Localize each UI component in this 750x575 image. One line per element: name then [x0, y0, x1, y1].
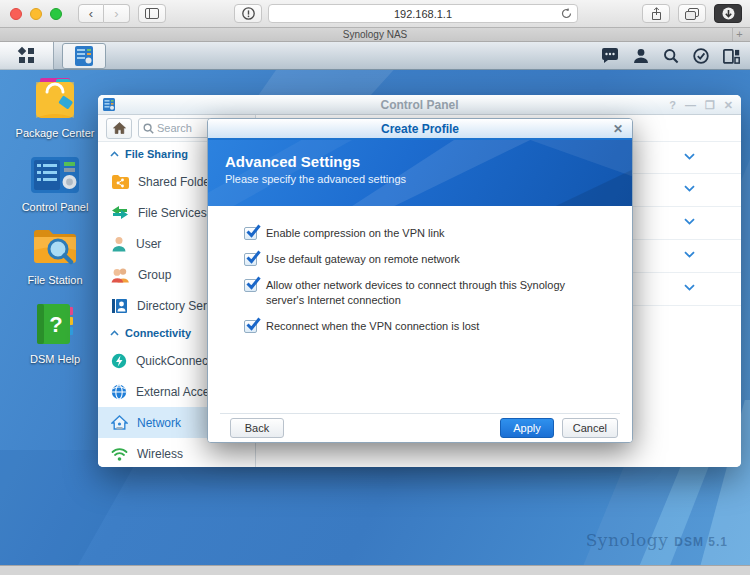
share-icon[interactable]: [642, 4, 670, 23]
dialog-titlebar[interactable]: Create Profile ✕: [208, 119, 632, 140]
home-icon: [113, 122, 126, 134]
create-profile-dialog: Create Profile ✕ Advanced Settings Pleas…: [207, 118, 633, 443]
dialog-close-button[interactable]: ✕: [613, 122, 623, 136]
forward-button[interactable]: ›: [104, 4, 130, 23]
dialog-footer: Back Apply Cancel: [208, 413, 632, 442]
desktop-icon-label: Control Panel: [12, 201, 98, 214]
chevron-down-icon[interactable]: [684, 153, 695, 160]
browser-window-bottom-edge: [0, 565, 750, 575]
chevron-up-icon: [110, 330, 119, 336]
desktop-icon-package-center[interactable]: Package Center: [12, 76, 98, 140]
desktop-icon-file-station[interactable]: File Station: [12, 225, 98, 287]
file-station-icon: [31, 225, 79, 267]
directory-service-icon: [111, 298, 128, 314]
dialog-title: Create Profile: [381, 122, 459, 136]
tab-overview-icon[interactable]: [678, 4, 706, 23]
widgets-icon[interactable]: [723, 49, 740, 64]
checkbox-row-default-gateway[interactable]: Use default gateway on remote network: [244, 252, 608, 267]
notifications-icon[interactable]: [601, 48, 619, 64]
chevron-down-icon[interactable]: [684, 284, 695, 291]
banner-subtitle: Please specify the advanced settings: [225, 173, 632, 185]
desktop-icon-control-panel[interactable]: Control Panel: [12, 156, 98, 214]
main-menu-button[interactable]: [0, 42, 54, 70]
watermark-version: DSM 5.1: [674, 535, 728, 549]
desktop-icon-label: File Station: [12, 274, 98, 287]
desktop-icon-label: DSM Help: [12, 353, 98, 366]
banner-title: Advanced Settings: [225, 153, 632, 170]
svg-text:?: ?: [49, 312, 62, 337]
privacy-info-icon[interactable]: [234, 4, 262, 23]
window-minimize-button[interactable]: —: [685, 99, 696, 111]
chevron-up-icon: [110, 151, 119, 157]
desktop-icon-label: Package Center: [12, 127, 98, 140]
chevron-down-icon[interactable]: [684, 251, 695, 258]
dsm-help-icon: ?: [34, 302, 76, 346]
desktop-icon-dsm-help[interactable]: ? DSM Help: [12, 302, 98, 366]
checkbox-checked-icon[interactable]: [244, 320, 257, 333]
watermark-brand: Synology: [586, 530, 669, 550]
file-services-icon: [111, 205, 129, 220]
checkbox-checked-icon[interactable]: [244, 253, 257, 266]
pilot-view-icon[interactable]: [693, 48, 709, 64]
quickconnect-icon: [111, 353, 127, 369]
window-maximize-button[interactable]: ❐: [705, 99, 715, 112]
close-window-button[interactable]: [10, 8, 22, 20]
apply-button[interactable]: Apply: [500, 418, 554, 438]
package-center-icon: [32, 76, 78, 120]
url-text: 192.168.1.1: [269, 8, 577, 20]
dsm-taskbar: [0, 42, 750, 70]
control-panel-window-icon: [103, 98, 115, 111]
user-options-icon[interactable]: [633, 48, 649, 64]
checkbox-checked-icon[interactable]: [244, 227, 257, 240]
new-tab-button[interactable]: +: [732, 28, 746, 41]
control-panel-icon: [30, 156, 80, 194]
minimize-window-button[interactable]: [30, 8, 42, 20]
back-button[interactable]: Back: [230, 418, 284, 438]
traffic-lights: [10, 8, 62, 20]
checkbox-row-allow-devices[interactable]: Allow other network devices to connect t…: [244, 278, 608, 308]
window-title: Control Panel: [98, 98, 741, 112]
window-close-button[interactable]: ✕: [724, 99, 733, 112]
home-button[interactable]: [106, 118, 132, 139]
dsm-watermark: Synology DSM 5.1: [586, 530, 728, 550]
sidebar-icon[interactable]: [138, 4, 166, 23]
zoom-window-button[interactable]: [50, 8, 62, 20]
checkbox-row-compression[interactable]: Enable compression on the VPN link: [244, 226, 608, 241]
main-menu-icon: [17, 46, 36, 65]
tab-bar: Synology NAS +: [0, 28, 750, 42]
search-icon[interactable]: [663, 48, 679, 64]
address-bar[interactable]: 192.168.1.1: [268, 4, 578, 23]
chevron-down-icon[interactable]: [684, 218, 695, 225]
reload-icon[interactable]: [560, 7, 573, 20]
control-panel-titlebar[interactable]: Control Panel ? — ❐ ✕: [98, 95, 741, 115]
user-icon: [111, 236, 127, 252]
browser-toolbar: ‹ › 192.168.1.1: [0, 0, 750, 28]
checkbox-row-reconnect[interactable]: Reconnect when the VPN connection is los…: [244, 319, 608, 334]
network-icon: [111, 415, 128, 431]
external-access-icon: [111, 384, 127, 400]
active-tab[interactable]: Synology NAS: [343, 29, 407, 40]
window-help-button[interactable]: ?: [669, 99, 676, 111]
downloads-icon[interactable]: [714, 4, 742, 23]
dialog-body: Enable compression on the VPN link Use d…: [208, 206, 632, 334]
back-button[interactable]: ‹: [78, 4, 104, 23]
chevron-down-icon[interactable]: [684, 185, 695, 192]
wireless-icon: [111, 447, 128, 461]
control-panel-mini-icon: [75, 46, 93, 66]
checkbox-checked-icon[interactable]: [244, 279, 257, 292]
cancel-button[interactable]: Cancel: [562, 418, 618, 438]
shared-folder-icon: [111, 174, 129, 189]
taskbar-control-panel-task[interactable]: [62, 43, 106, 69]
group-icon: [111, 267, 129, 283]
dialog-banner: Advanced Settings Please specify the adv…: [208, 140, 632, 206]
search-field-icon: [143, 123, 154, 134]
